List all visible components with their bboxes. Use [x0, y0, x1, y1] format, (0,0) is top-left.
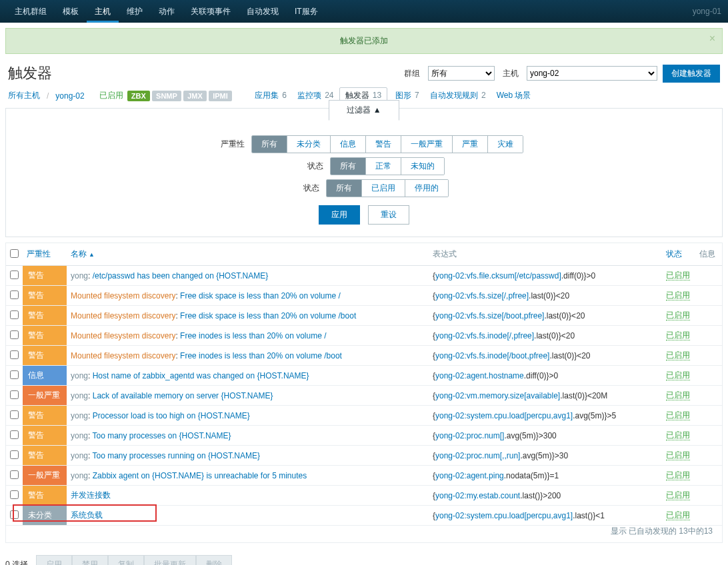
- bulk-button[interactable]: 复制: [108, 555, 144, 565]
- nav-item[interactable]: 自动发现: [239, 0, 287, 23]
- row-checkbox[interactable]: [10, 470, 19, 479]
- expr-item-link[interactable]: yong-02:vfs.fs.size[/,pfree]: [435, 291, 529, 300]
- discovery-prefix[interactable]: Mounted filesystem discovery: [71, 351, 175, 360]
- template-prefix[interactable]: yong: [71, 411, 88, 420]
- filter-option[interactable]: 信息: [331, 136, 366, 153]
- expr-item-link[interactable]: yong-02:system.cpu.load[percpu,avg1]: [435, 411, 573, 420]
- reset-button[interactable]: 重设: [368, 205, 409, 225]
- trigger-name-link[interactable]: Free inodes is less than 20% on volume /: [180, 331, 326, 340]
- nav-item[interactable]: 主机: [87, 0, 119, 23]
- row-checkbox[interactable]: [10, 490, 19, 499]
- trigger-name-link[interactable]: Too many processes on {HOST.NAME}: [92, 431, 231, 440]
- trigger-name-link[interactable]: Host name of zabbix_agentd was changed o…: [93, 371, 309, 380]
- row-checkbox[interactable]: [10, 271, 19, 279]
- trigger-name-link[interactable]: Too many processes running on {HOST.NAME…: [92, 451, 259, 460]
- apply-button[interactable]: 应用: [319, 205, 360, 225]
- nav-item[interactable]: 维护: [119, 0, 151, 23]
- filter-option[interactable]: 灾难: [488, 136, 523, 153]
- create-trigger-button[interactable]: 创建触发器: [663, 65, 720, 83]
- row-checkbox[interactable]: [10, 510, 19, 519]
- nav-item[interactable]: 关联项事件: [183, 0, 239, 23]
- template-prefix[interactable]: yong: [71, 271, 88, 281]
- status-toggle[interactable]: 已启用: [666, 310, 690, 320]
- bulk-button[interactable]: 禁用: [72, 555, 108, 565]
- col-status[interactable]: 状态: [666, 249, 682, 259]
- template-prefix[interactable]: yong: [71, 431, 88, 440]
- nav-item[interactable]: 主机群组: [7, 0, 55, 23]
- subnav-tab[interactable]: 自动发现规则 2: [430, 91, 486, 100]
- filter-option[interactable]: 所有: [331, 158, 366, 175]
- expr-item-link[interactable]: yong-02:proc.num[,,run]: [435, 451, 520, 460]
- status-toggle[interactable]: 已启用: [666, 490, 690, 500]
- filter-option[interactable]: 所有: [252, 136, 287, 153]
- filter-option[interactable]: 一般严重: [401, 136, 453, 153]
- filter-tab[interactable]: 过滤器 ▲: [329, 100, 399, 121]
- trigger-name-link[interactable]: Processor load is too high on {HOST.NAME…: [93, 411, 250, 420]
- row-checkbox[interactable]: [10, 350, 19, 359]
- expr-item-link[interactable]: yong-02:vfs.fs.inode[/boot,pfree]: [435, 351, 549, 360]
- trigger-name-link[interactable]: Zabbix agent on {HOST.NAME} is unreachab…: [93, 471, 307, 480]
- col-severity[interactable]: 严重性: [27, 249, 51, 259]
- subnav-tab[interactable]: 应用集 6: [255, 91, 287, 100]
- trigger-name-link[interactable]: Free disk space is less than 20% on volu…: [180, 291, 341, 300]
- filter-option[interactable]: 已启用: [362, 180, 405, 197]
- expr-item-link[interactable]: yong-02:vm.memory.size[available]: [435, 391, 560, 400]
- expr-item-link[interactable]: yong-02:vfs.fs.size[/boot,pfree]: [435, 311, 544, 320]
- nav-item[interactable]: 模板: [55, 0, 87, 23]
- nav-item[interactable]: 动作: [151, 0, 183, 23]
- template-prefix[interactable]: yong: [71, 371, 88, 380]
- row-checkbox[interactable]: [10, 410, 19, 419]
- col-name[interactable]: 名称: [71, 249, 95, 259]
- template-prefix[interactable]: yong: [71, 471, 88, 480]
- status-toggle[interactable]: 已启用: [666, 390, 690, 400]
- row-checkbox[interactable]: [10, 430, 19, 439]
- status-toggle[interactable]: 已启用: [666, 450, 690, 460]
- filter-option[interactable]: 严重: [453, 136, 488, 153]
- row-checkbox[interactable]: [10, 310, 19, 319]
- select-all-checkbox[interactable]: [10, 249, 19, 258]
- status-toggle[interactable]: 已启用: [666, 350, 690, 360]
- subnav-tab[interactable]: Web 场景: [497, 91, 533, 100]
- discovery-prefix[interactable]: Mounted filesystem discovery: [71, 331, 175, 340]
- row-checkbox[interactable]: [10, 390, 19, 399]
- subnav-tab[interactable]: 图形 7: [395, 91, 419, 100]
- template-prefix[interactable]: yong: [71, 391, 88, 400]
- template-prefix[interactable]: yong: [71, 451, 88, 460]
- status-toggle[interactable]: 已启用: [666, 330, 690, 340]
- host-link[interactable]: yong-02: [55, 91, 84, 101]
- expr-item-link[interactable]: yong-02:vfs.fs.inode[/,pfree]: [435, 331, 534, 340]
- filter-option[interactable]: 停用的: [405, 180, 448, 197]
- bulk-button[interactable]: 删除: [196, 555, 232, 565]
- bulk-button[interactable]: 批量更新: [144, 555, 196, 565]
- trigger-name-link[interactable]: Free disk space is less than 20% on volu…: [180, 311, 356, 320]
- bulk-button[interactable]: 启用: [36, 555, 72, 565]
- group-select[interactable]: 所有: [428, 66, 495, 81]
- filter-option[interactable]: 未分类: [287, 136, 331, 153]
- trigger-name-link[interactable]: 系统负载: [71, 510, 103, 520]
- discovery-prefix[interactable]: Mounted filesystem discovery: [71, 311, 175, 320]
- subnav-tab[interactable]: 监控项 24: [297, 91, 334, 100]
- host-select[interactable]: yong-02: [527, 66, 657, 81]
- trigger-name-link[interactable]: 并发连接数: [71, 490, 111, 500]
- status-toggle[interactable]: 已启用: [666, 410, 690, 420]
- expr-item-link[interactable]: yong-02:proc.num[]: [435, 431, 504, 440]
- trigger-name-link[interactable]: /etc/passwd has been changed on {HOST.NA…: [93, 271, 269, 281]
- current-user[interactable]: yong-01: [693, 0, 721, 23]
- status-toggle[interactable]: 已启用: [666, 470, 690, 480]
- filter-option[interactable]: 未知的: [401, 158, 444, 175]
- discovery-prefix[interactable]: Mounted filesystem discovery: [71, 291, 175, 300]
- filter-option[interactable]: 警告: [366, 136, 401, 153]
- expr-item-link[interactable]: yong-02:agent.ping: [435, 471, 504, 480]
- row-checkbox[interactable]: [10, 370, 19, 379]
- status-toggle[interactable]: 已启用: [666, 510, 690, 520]
- expr-item-link[interactable]: yong-02:my.estab.count: [435, 491, 520, 500]
- status-toggle[interactable]: 已启用: [666, 290, 690, 300]
- expr-item-link[interactable]: yong-02:system.cpu.load[percpu,avg1]: [435, 511, 573, 520]
- all-hosts-link[interactable]: 所有主机: [8, 90, 40, 101]
- row-checkbox[interactable]: [10, 450, 19, 459]
- row-checkbox[interactable]: [10, 290, 19, 299]
- filter-option[interactable]: 所有: [327, 180, 362, 197]
- nav-item[interactable]: IT服务: [287, 0, 326, 23]
- expr-item-link[interactable]: yong-02:vfs.file.cksum[/etc/passwd]: [435, 271, 561, 281]
- filter-option[interactable]: 正常: [366, 158, 401, 175]
